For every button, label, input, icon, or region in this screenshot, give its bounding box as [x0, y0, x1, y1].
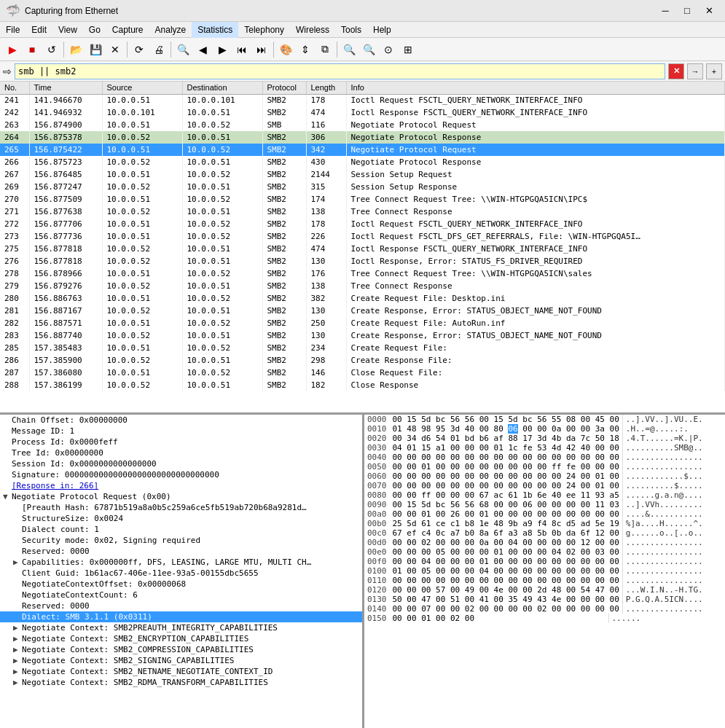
toolbar-close[interactable]: ✕: [106, 40, 125, 59]
menu-help[interactable]: Help: [367, 22, 397, 38]
detail-line[interactable]: Signature: 00000000000000000000000000000…: [0, 469, 362, 480]
detail-line[interactable]: ▼Negotiate Protocol Request (0x00): [0, 491, 362, 502]
toolbar-colorize[interactable]: 🎨: [276, 40, 295, 59]
menu-analyze[interactable]: Analyze: [149, 22, 192, 38]
hex-row[interactable]: 0110 00 00 00 00 00 00 00 00 00 00 00 00…: [364, 576, 725, 585]
toolbar-print[interactable]: 🖨: [149, 40, 168, 59]
table-row[interactable]: 263 156.874900 10.0.0.51 10.0.0.52 SMB 1…: [0, 119, 725, 131]
table-row[interactable]: 280 156.886763 10.0.0.51 10.0.0.52 SMB2 …: [0, 292, 725, 305]
hex-row[interactable]: 0060 00 00 00 00 00 00 00 00 00 00 00 00…: [364, 471, 725, 481]
hex-row[interactable]: 0000 00 15 5d bc 56 56 00 15 5d bc 56 55…: [364, 415, 725, 424]
detail-line[interactable]: Reserved: 0000: [0, 600, 362, 611]
menu-telephony[interactable]: Telephony: [238, 22, 290, 38]
toolbar-go-last[interactable]: ⏭: [252, 40, 271, 59]
detail-line[interactable]: Process Id: 0x0000feff: [0, 437, 362, 447]
toolbar-start-capture[interactable]: ▶: [3, 40, 22, 59]
table-row[interactable]: 266 156.875723 10.0.0.52 10.0.0.51 SMB2 …: [0, 156, 725, 168]
filter-bookmark-button[interactable]: +: [706, 63, 722, 79]
table-row[interactable]: 265 156.875422 10.0.0.51 10.0.0.52 SMB2 …: [0, 144, 725, 156]
detail-line[interactable]: Security mode: 0x02, Signing required: [0, 535, 362, 546]
detail-link[interactable]: [Response in: 266]: [12, 481, 98, 490]
table-row[interactable]: 281 156.887167 10.0.0.52 10.0.0.51 SMB2 …: [0, 305, 725, 317]
table-row[interactable]: 242 141.946932 10.0.0.101 10.0.0.51 SMB2…: [0, 106, 725, 119]
toolbar-zoom-reset[interactable]: ⊙: [379, 40, 398, 59]
toolbar-stop-capture[interactable]: ■: [23, 40, 42, 59]
table-row[interactable]: 282 156.887571 10.0.0.51 10.0.0.52 SMB2 …: [0, 317, 725, 329]
detail-line[interactable]: ▶Capabilities: 0x000000ff, DFS, LEASING,…: [0, 557, 362, 568]
hex-row[interactable]: 00f0 00 00 04 00 00 00 01 00 00 00 00 00…: [364, 557, 725, 566]
table-row[interactable]: 267 156.876485 10.0.0.51 10.0.0.52 SMB2 …: [0, 168, 725, 181]
table-row[interactable]: 276 156.877818 10.0.0.52 10.0.0.51 SMB2 …: [0, 255, 725, 267]
table-row[interactable]: 271 156.877638 10.0.0.52 10.0.0.51 SMB2 …: [0, 206, 725, 218]
tree-expander[interactable]: ▶: [13, 678, 22, 687]
toolbar-open[interactable]: 📂: [66, 40, 85, 59]
menu-view[interactable]: View: [52, 22, 83, 38]
close-button[interactable]: ✕: [699, 3, 719, 19]
detail-line[interactable]: Dialect: SMB 3.1.1 (0x0311): [0, 611, 362, 622]
table-row[interactable]: 241 141.946670 10.0.0.51 10.0.0.101 SMB2…: [0, 94, 725, 106]
hex-row[interactable]: 0030 04 01 15 a1 00 00 00 01 1c fe 53 4d…: [364, 443, 725, 453]
table-row[interactable]: 275 156.877818 10.0.0.52 10.0.0.51 SMB2 …: [0, 243, 725, 255]
menu-go[interactable]: Go: [83, 22, 106, 38]
detail-line[interactable]: Tree Id: 0x00000000: [0, 447, 362, 458]
detail-line[interactable]: ▶Negotiate Context: SMB2_NETNAME_NEGOTIA…: [0, 666, 362, 677]
filter-clear-button[interactable]: ✕: [668, 63, 684, 79]
table-row[interactable]: 279 156.879276 10.0.0.52 10.0.0.51 SMB2 …: [0, 280, 725, 292]
toolbar-zoom-out[interactable]: 🔍: [359, 40, 378, 59]
toolbar-restart-capture[interactable]: ↺: [42, 40, 61, 59]
detail-line[interactable]: [Preauth Hash: 67871b519a8a0b5c259a6ce5f…: [0, 502, 362, 513]
maximize-button[interactable]: □: [677, 3, 697, 19]
detail-line[interactable]: Client Guid: 1b61ac67-406e-11ee-93a5-001…: [0, 568, 362, 579]
table-row[interactable]: 269 156.877247 10.0.0.52 10.0.0.51 SMB2 …: [0, 181, 725, 193]
detail-line[interactable]: ▶Negotiate Context: SMB2_RDMA_TRANSFORM_…: [0, 677, 362, 688]
packet-list[interactable]: No. Time Source Destination Protocol Len…: [0, 82, 725, 415]
menu-file[interactable]: File: [0, 22, 26, 38]
toolbar-go-prev[interactable]: ◀: [193, 40, 212, 59]
tree-expander[interactable]: ▶: [13, 557, 22, 567]
menu-statistics[interactable]: Statistics: [192, 22, 238, 38]
table-row[interactable]: 288 157.386199 10.0.0.52 10.0.0.51 SMB2 …: [0, 379, 725, 391]
packet-details[interactable]: Chain Offset: 0x00000000Message ID: 1Pro…: [0, 415, 364, 728]
tree-expander[interactable]: ▶: [13, 645, 22, 654]
detail-line[interactable]: StructureSize: 0x0024: [0, 513, 362, 524]
toolbar-resize[interactable]: ⇕: [296, 40, 315, 59]
hex-view[interactable]: 0000 00 15 5d bc 56 56 00 15 5d bc 56 55…: [364, 415, 725, 728]
hex-row[interactable]: 0120 00 00 00 57 00 49 00 4e 00 00 2d 48…: [364, 585, 725, 595]
toolbar-go-next[interactable]: ▶: [213, 40, 232, 59]
table-row[interactable]: 286 157.385900 10.0.0.52 10.0.0.51 SMB2 …: [0, 354, 725, 367]
detail-line[interactable]: Session Id: 0x0000000000000000: [0, 458, 362, 469]
table-row[interactable]: 278 156.878966 10.0.0.51 10.0.0.52 SMB2 …: [0, 267, 725, 280]
hex-row[interactable]: 0090 00 15 5d bc 56 56 68 00 00 06 00 00…: [364, 500, 725, 509]
detail-line[interactable]: Reserved: 0000: [0, 546, 362, 557]
table-row[interactable]: 272 156.877706 10.0.0.51 10.0.0.52 SMB2 …: [0, 218, 725, 230]
hex-row[interactable]: 00b0 25 5d 61 ce c1 b8 1e 48 9b a9 f4 8c…: [364, 519, 725, 528]
detail-line[interactable]: [Response in: 266]: [0, 480, 362, 491]
tree-expander[interactable]: ▶: [13, 667, 22, 676]
toolbar-window-options[interactable]: ⊞: [399, 40, 418, 59]
hex-row[interactable]: 00c0 67 ef c4 0c a7 b0 8a 6f a3 a8 5b 0b…: [364, 528, 725, 538]
hex-row[interactable]: 00d0 00 00 02 00 00 00 0a 00 04 00 00 00…: [364, 538, 725, 547]
menu-tools[interactable]: Tools: [335, 22, 367, 38]
toolbar-find-pkg[interactable]: 🔍: [173, 40, 192, 59]
hex-row[interactable]: 0100 01 00 05 00 00 00 04 00 00 00 00 00…: [364, 566, 725, 576]
hex-row[interactable]: 0070 00 00 00 00 00 00 00 00 00 00 00 00…: [364, 481, 725, 490]
table-row[interactable]: 273 156.877736 10.0.0.51 10.0.0.52 SMB2 …: [0, 230, 725, 243]
hex-row[interactable]: 0010 01 48 98 95 3d 40 00 80 06 00 00 0a…: [364, 424, 725, 434]
detail-line[interactable]: Dialect count: 1: [0, 524, 362, 535]
detail-line[interactable]: ▶Negotiate Context: SMB2_SIGNING_CAPABIL…: [0, 655, 362, 666]
hex-row[interactable]: 0140 00 00 07 00 00 02 00 00 00 00 02 00…: [364, 604, 725, 614]
hex-row[interactable]: 0050 00 00 01 00 00 00 00 00 00 00 00 ff…: [364, 462, 725, 471]
table-row[interactable]: 287 157.386080 10.0.0.51 10.0.0.52 SMB2 …: [0, 367, 725, 379]
hex-row[interactable]: 0020 00 34 d6 54 01 bd b6 af 88 17 3d 4b…: [364, 434, 725, 443]
toolbar-show-pkt-in-new-win[interactable]: ⧉: [316, 40, 334, 59]
detail-line[interactable]: NegotiateContextOffset: 0x00000068: [0, 579, 362, 590]
hex-row[interactable]: 00e0 00 00 00 05 00 00 00 01 00 00 00 04…: [364, 547, 725, 557]
hex-row[interactable]: 0080 00 00 ff 00 00 00 67 ac 61 1b 6e 40…: [364, 490, 725, 500]
hex-row[interactable]: 0150 00 00 01 00 02 00 ......: [364, 614, 725, 623]
table-row[interactable]: 264 156.875378 10.0.0.52 10.0.0.51 SMB2 …: [0, 131, 725, 144]
toolbar-go-first[interactable]: ⏮: [232, 40, 251, 59]
table-row[interactable]: 270 156.877509 10.0.0.51 10.0.0.52 SMB2 …: [0, 193, 725, 206]
minimize-button[interactable]: ─: [655, 3, 675, 19]
detail-line[interactable]: ▶Negotiate Context: SMB2PREAUTH_INTEGRIT…: [0, 622, 362, 633]
table-row[interactable]: 283 156.887740 10.0.0.52 10.0.0.51 SMB2 …: [0, 329, 725, 342]
